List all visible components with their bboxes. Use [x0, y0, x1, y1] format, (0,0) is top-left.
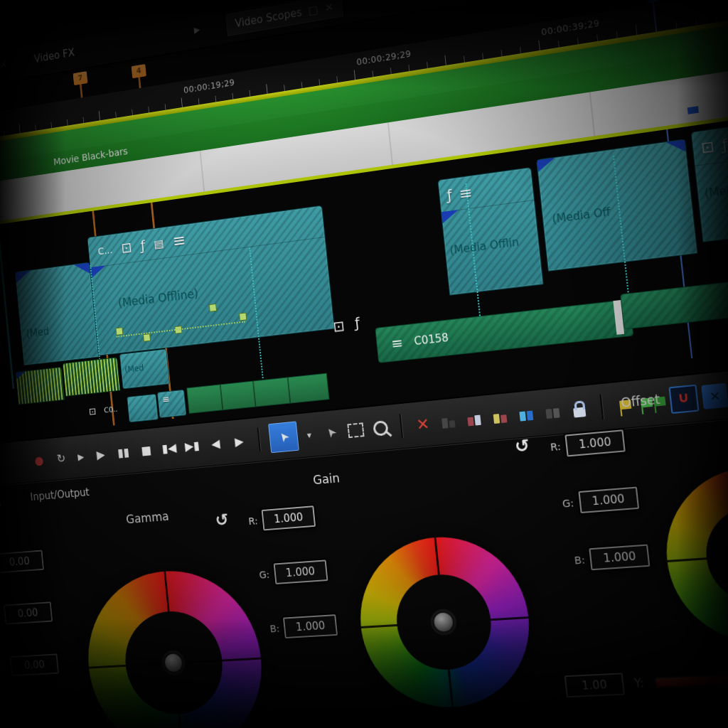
gain-g-box[interactable]: 1.000	[273, 560, 328, 584]
fade-in-handle[interactable]	[16, 371, 26, 379]
offset-g-box[interactable]: 1.000	[578, 487, 639, 514]
crop-icon[interactable]: ⊡	[332, 317, 346, 335]
zoom-edit-tool-button[interactable]	[368, 414, 392, 443]
audio-clip[interactable]	[15, 367, 65, 405]
fade-in-handle[interactable]	[90, 265, 107, 278]
envelope-node[interactable]	[143, 333, 151, 342]
b-value-box[interactable]: 0.00	[10, 653, 59, 676]
fx-doc-icon[interactable]: ▤	[154, 236, 164, 250]
fade-in-handle[interactable]	[537, 158, 556, 172]
crop-icon[interactable]: ⊡	[120, 239, 132, 257]
go-to-end-button[interactable]: ▶▮	[181, 432, 203, 460]
envelope-yellow-button[interactable]	[488, 402, 513, 432]
envelope-node[interactable]	[209, 304, 217, 312]
offset-b-box[interactable]: 1.000	[589, 544, 651, 570]
timeline-clip-media-offline[interactable]: (Media Off	[536, 139, 697, 271]
fx-icon[interactable]: ƒ	[446, 186, 453, 204]
loop-playback-button[interactable]: ↻	[50, 445, 71, 472]
clip-label: (Med	[26, 325, 50, 340]
timeline-clip-media-offline[interactable]: (Med	[119, 349, 170, 390]
maximize-icon[interactable]: □	[308, 3, 318, 17]
go-to-start-button[interactable]: ▮◀	[158, 434, 180, 462]
audio-clip[interactable]	[63, 357, 121, 397]
tab-spill-arrow-icon[interactable]: ▶	[193, 24, 200, 35]
close-icon[interactable]: ✕	[0, 58, 8, 71]
tab-video-scopes-label: Video Scopes	[235, 6, 303, 30]
timeline-clip-media-offline[interactable]: C... ⊡ ƒ ▤ ≡ (Media Offline)	[87, 205, 334, 356]
gain-r-box[interactable]: 1.000	[262, 505, 316, 530]
timeline-clip-media-offline[interactable]: (Med	[15, 262, 99, 366]
normal-edit-tool-button[interactable]: ➤	[268, 421, 299, 453]
timeline-marker-flag[interactable]: 4	[132, 64, 146, 78]
fade-in-handle[interactable]	[16, 271, 31, 284]
crossfade-dim-button[interactable]	[540, 397, 565, 427]
fx-icon[interactable]: ƒ	[354, 314, 360, 332]
monitor-photo: ▣ ✕ Video FX ▶ Video Scopes □ ✕ 7 4 00:0…	[0, 0, 728, 728]
g-value-box[interactable]: 0.00	[4, 601, 53, 624]
envelope-tool-button[interactable]: ➤	[319, 418, 343, 446]
fx-icon[interactable]: ƒ	[140, 237, 146, 255]
timeline-clip-media-offline[interactable]: ƒ ≡ (Media Offlin	[437, 167, 543, 296]
close-icon[interactable]: ✕	[324, 1, 334, 15]
offset-y-value-box[interactable]: 1.00	[564, 673, 625, 697]
previous-frame-button[interactable]: ◀	[205, 429, 227, 457]
clip-selection-mark	[687, 106, 699, 114]
clip-label: (Medi	[704, 183, 728, 200]
fade-out-handle[interactable]	[666, 140, 686, 154]
g-label: G:	[0, 610, 1, 621]
reset-icon[interactable]: ↺	[514, 435, 531, 456]
selection-edit-tool-button[interactable]	[344, 416, 368, 444]
hamburger-icon[interactable]: ≡	[171, 230, 186, 251]
clip-label: (Med	[124, 363, 144, 375]
clip-header-label: C...	[97, 245, 113, 257]
clip-divider	[287, 378, 291, 402]
timeline-clip-media-offline[interactable]: ⊡ ƒ (Medi	[691, 117, 728, 242]
magnifier-icon	[373, 420, 389, 437]
record-button[interactable]: ●	[28, 447, 49, 474]
camera-icon: ⊡	[88, 405, 97, 417]
b-label: B:	[574, 554, 586, 567]
crop-icon[interactable]: ⊡	[700, 137, 715, 157]
toolbar-separator	[400, 414, 404, 438]
timeline-marker-flag[interactable]: 7	[73, 71, 88, 85]
crossfade-blue-button[interactable]	[514, 400, 539, 429]
delete-button[interactable]: ✕	[411, 410, 435, 439]
r-value-box[interactable]: 0.00	[0, 550, 44, 574]
tab-video-scopes[interactable]: Video Scopes □ ✕	[225, 0, 343, 36]
next-frame-button[interactable]: ▶	[228, 427, 250, 455]
small-clip[interactable]: ≡	[157, 390, 186, 418]
tool-dropdown-icon[interactable]: ▾	[300, 421, 318, 449]
envelope-line	[117, 321, 245, 337]
marquee-icon	[347, 422, 364, 438]
clip-header: C... ⊡ ƒ ▤ ≡	[87, 206, 324, 268]
envelope-node[interactable]	[116, 327, 124, 336]
small-clip-strip[interactable]	[186, 373, 329, 414]
clip-divider	[220, 385, 223, 410]
reset-icon[interactable]: ↺	[215, 510, 230, 530]
lock-button[interactable]	[567, 394, 592, 424]
stop-button[interactable]: ■	[135, 437, 156, 464]
fade-in-handle[interactable]	[441, 210, 460, 223]
envelope-node[interactable]	[239, 313, 247, 321]
play-button[interactable]: ▶	[90, 441, 112, 468]
magnet-icon: ∩	[677, 390, 690, 408]
audio-clip-c0158[interactable]: ≡ C0158	[375, 299, 633, 363]
r-label: R:	[550, 440, 561, 453]
enable-snapping-button[interactable]: ∩	[668, 385, 699, 414]
clip-label: (Media Offline)	[117, 287, 199, 310]
audio-clip[interactable]: ⊡ ƒ	[620, 269, 728, 329]
hamburger-icon[interactable]: ≡	[390, 334, 404, 353]
fade-out-handle[interactable]	[74, 263, 90, 276]
wheel-value-row: B: 1.000	[269, 614, 338, 639]
mute-envelope-button[interactable]: ✕	[701, 383, 728, 410]
pause-button[interactable]: ▮▮	[112, 439, 134, 466]
envelope-dim-button[interactable]	[437, 407, 461, 436]
small-clip[interactable]	[127, 394, 159, 422]
gain-b-box[interactable]: 1.000	[283, 614, 338, 638]
play-from-start-button[interactable]: ▶	[73, 443, 89, 470]
clip-divider	[252, 381, 256, 406]
fx-icon[interactable]: ƒ	[721, 135, 728, 154]
envelope-red-button[interactable]	[462, 405, 486, 434]
x-icon: ✕	[709, 388, 722, 405]
tab-video-fx[interactable]: Video FX	[33, 46, 75, 65]
